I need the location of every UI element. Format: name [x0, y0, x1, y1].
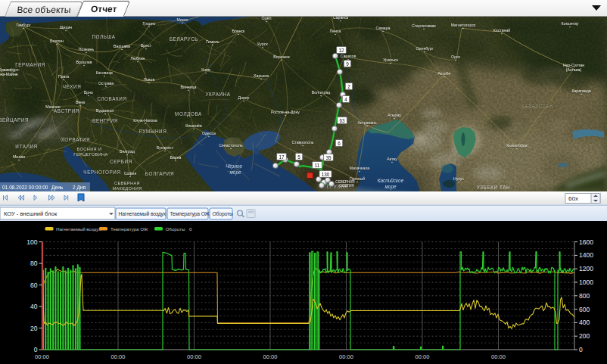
- svg-text:17: 17: [279, 154, 285, 160]
- svg-text:100: 100: [26, 238, 37, 246]
- svg-text:Махачкала: Махачкала: [350, 166, 370, 170]
- svg-text:на-Майне: на-Майне: [0, 72, 18, 76]
- svg-text:Самара: Самара: [376, 26, 391, 30]
- svg-text:ВЕНГРИЯ: ВЕНГРИЯ: [92, 118, 118, 123]
- svg-text:СЕРБИЯ: СЕРБИЯ: [110, 159, 132, 164]
- svg-text:40: 40: [30, 303, 38, 310]
- svg-text:ЧЕРНОГОРИЯ: ЧЕРНОГОРИЯ: [83, 170, 120, 175]
- svg-text:Стерлитамак: Стерлитамак: [412, 23, 436, 28]
- svg-text:Уральск: Уральск: [383, 58, 398, 62]
- svg-text:4: 4: [344, 97, 347, 102]
- svg-text:00:00: 00:00: [263, 353, 278, 360]
- svg-text:Варна: Варна: [170, 155, 182, 160]
- svg-text:1400: 1400: [579, 251, 593, 259]
- svg-text:Варшава: Варшава: [114, 44, 130, 48]
- svg-text:КАЗАХСТАН: КАЗАХСТАН: [521, 102, 553, 107]
- svg-text:Температура ОЖ: Температура ОЖ: [170, 211, 210, 217]
- svg-text:Брно: Брно: [84, 90, 93, 95]
- svg-text:Саранск: Саранск: [333, 17, 349, 20]
- svg-text:Познань: Познань: [79, 47, 95, 51]
- svg-text:Минск: Минск: [177, 17, 189, 22]
- svg-text:Обороты: Обороты: [213, 211, 234, 217]
- svg-text:Караганда: Караганда: [571, 89, 590, 93]
- svg-text:Будапешт: Будапешт: [96, 108, 114, 113]
- svg-text:800: 800: [579, 292, 590, 300]
- svg-text:ЧЕХИЯ: ЧЕХИЯ: [63, 84, 82, 89]
- svg-text:Магнитогорск: Магнитогорск: [451, 23, 476, 27]
- svg-text:КОУ - внешний блок: КОУ - внешний блок: [4, 210, 58, 217]
- svg-text:ГЕРЦЕГОВИНА: ГЕРЦЕГОВИНА: [73, 152, 107, 157]
- svg-text:Львов: Львов: [144, 77, 155, 82]
- svg-text:МОЛДОВА: МОЛДОВА: [175, 111, 202, 117]
- svg-text:60x: 60x: [568, 195, 578, 202]
- svg-text:ИТАЛИЯ: ИТАЛИЯ: [15, 144, 37, 149]
- svg-text:Температура ОЖ: Температура ОЖ: [111, 226, 148, 232]
- svg-text:00:00: 00:00: [339, 353, 353, 360]
- svg-text:00:00: 00:00: [491, 353, 506, 360]
- svg-text:Клуж-Напока: Клуж-Напока: [133, 118, 157, 123]
- svg-text:00:00: 00:00: [35, 353, 49, 360]
- svg-text:ХОРВАТИЯ: ХОРВАТИЯ: [61, 137, 91, 142]
- svg-text:Вена: Вена: [76, 100, 85, 104]
- svg-text:Харьков: Харьков: [254, 73, 269, 78]
- svg-text:Нагнетаемый воздух: Нагнетаемый воздух: [119, 211, 167, 217]
- svg-text:9: 9: [346, 61, 349, 67]
- svg-text:2: 2: [347, 84, 350, 89]
- svg-text:(Астана): (Астана): [566, 67, 582, 72]
- svg-text:Прага: Прага: [58, 74, 69, 79]
- svg-text:Атырау: Атырау: [388, 113, 401, 117]
- svg-text:УКРАИНА: УКРАИНА: [205, 92, 230, 97]
- svg-text:Милан: Милан: [13, 154, 25, 159]
- svg-text:БОСНИЯ И: БОСНИЯ И: [77, 147, 102, 151]
- svg-text:Гамбург: Гамбург: [16, 23, 30, 27]
- svg-text:ПОЛЬША: ПОЛЬША: [92, 34, 115, 39]
- svg-text:12: 12: [338, 48, 344, 53]
- svg-text:Кызылорда: Кызылорда: [506, 143, 528, 148]
- svg-text:Щецин: Щецин: [60, 25, 73, 30]
- svg-text:Ставрополь: Ставрополь: [292, 140, 314, 145]
- svg-text:Белград: Белград: [120, 149, 135, 154]
- svg-text:400: 400: [579, 319, 590, 326]
- svg-text:Каспийское: Каспийское: [378, 178, 404, 183]
- svg-text:ШВЕЙЦАРИЯ: ШВЕЙЦАРИЯ: [0, 117, 29, 123]
- svg-text:63: 63: [339, 118, 345, 123]
- svg-text:УЗБЕКИ ТАН: УЗБЕКИ ТАН: [477, 185, 510, 190]
- svg-text:Острава: Острава: [98, 81, 114, 86]
- svg-text:Актобе: Актобе: [438, 71, 451, 76]
- svg-text:1000: 1000: [579, 278, 593, 286]
- svg-text:Севастополь: Севастополь: [219, 143, 243, 148]
- svg-text:60: 60: [30, 282, 38, 289]
- svg-text:80: 80: [30, 260, 38, 267]
- svg-text:1600: 1600: [579, 238, 593, 246]
- svg-text:Орск: Орск: [451, 54, 461, 59]
- svg-text:Чёрное: Чёрное: [226, 163, 242, 170]
- svg-text:СЛОВАКИЯ: СЛОВАКИЯ: [97, 96, 126, 101]
- svg-text:Орёл: Орёл: [262, 17, 272, 20]
- svg-text:БЕЛАРУСЬ: БЕЛАРУСЬ: [170, 36, 198, 42]
- svg-text:00:00: 00:00: [416, 353, 430, 360]
- svg-text:Катовице: Катовице: [96, 70, 114, 75]
- svg-text:Оренбург: Оренбург: [416, 46, 434, 51]
- svg-text:2 Дня: 2 Дня: [73, 185, 86, 191]
- svg-text:море: море: [384, 184, 396, 190]
- svg-text:Актау: Актау: [387, 157, 397, 161]
- svg-text:5: 5: [297, 154, 300, 160]
- svg-text:Нагнетаемый воздух: Нагнетаемый воздух: [56, 226, 101, 232]
- svg-text:Люблин: Люблин: [131, 56, 145, 61]
- svg-text:море: море: [229, 170, 241, 176]
- svg-text:Нукус: Нукус: [453, 176, 464, 181]
- svg-text:Гродно: Гродно: [143, 21, 156, 26]
- svg-text:0: 0: [34, 346, 38, 353]
- svg-text:БОЛГАРИЯ: БОЛГАРИЯ: [145, 171, 174, 176]
- svg-text:0: 0: [579, 346, 583, 353]
- svg-text:Пенза: Пенза: [330, 29, 341, 33]
- svg-text:ГЕРМАНИЯ: ГЕРМАНИЯ: [15, 62, 45, 67]
- svg-text:Обороты: Обороты: [166, 226, 185, 232]
- svg-text:01.08.2022 00:00:00: 01.08.2022 00:00:00: [2, 185, 48, 190]
- svg-text:Мюнхен: Мюнхен: [45, 104, 60, 109]
- svg-text:Берлин: Берлин: [50, 39, 64, 43]
- svg-text:Костанай: Костанай: [493, 28, 510, 33]
- svg-text:20: 20: [30, 325, 38, 332]
- svg-text:Киев: Киев: [201, 67, 210, 72]
- svg-text:ОСЕТИЯ: ОСЕТИЯ: [339, 184, 353, 188]
